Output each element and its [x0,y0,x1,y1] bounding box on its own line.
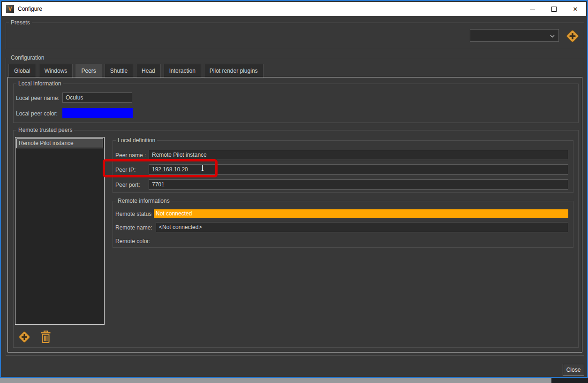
chevron-down-icon [550,35,555,38]
remote-status-label: Remote status [115,211,151,217]
minimize-icon [530,9,535,9]
diamond-plus-icon [18,331,30,343]
remote-trusted-peers-group-label: Remote trusted peers [16,127,74,133]
configuration-group-label: Configuration [9,54,46,61]
trash-icon [41,331,51,343]
local-peer-color-label: Local peer color: [16,110,58,117]
close-window-button[interactable]: ✕ [565,2,586,16]
local-peer-name-input[interactable] [62,92,132,103]
tab-interaction[interactable]: Interaction [164,64,201,78]
tab-windows[interactable]: Windows [39,64,73,78]
local-definition-group-label: Local definition [116,137,157,144]
window-controls: ✕ [521,2,586,16]
delete-peer-button[interactable] [40,330,51,344]
peer-port-label: Peer port: [115,182,140,188]
tab-pilot-render-plugins[interactable]: Pilot render plugins [204,64,264,78]
local-peer-name-label: Local peer name: [16,95,60,101]
tab-shuttle[interactable]: Shuttle [105,64,133,78]
list-item-remote-pilot-instance[interactable]: Remote Pilot instance [16,138,103,148]
remote-status-value: Not connected [154,209,568,218]
peer-ip-input[interactable] [149,164,568,175]
diamond-plus-icon [566,30,579,43]
tab-head[interactable]: Head [136,64,161,78]
peer-name-label: Peer name : [115,152,146,159]
close-icon: ✕ [573,6,578,12]
add-preset-button[interactable] [565,29,580,43]
peer-name-input[interactable] [149,150,568,160]
tab-global[interactable]: Global [8,64,36,78]
peer-ip-label: Peer IP: [115,167,136,173]
remote-peers-list[interactable]: Remote Pilot instance [15,137,105,325]
remote-color-label: Remote color: [115,238,151,245]
title-bar: V Configure ✕ [2,2,586,16]
tab-peers[interactable]: Peers [75,64,101,78]
local-peer-color-swatch[interactable] [62,108,133,118]
remote-informations-group-label: Remote informations [116,198,172,204]
configuration-tabs: Global Windows Peers Shuttle Head Intera… [8,64,264,78]
configure-window: V Configure ✕ Presets Configuration [0,0,588,378]
desktop-background-strip [0,378,588,383]
peer-port-input[interactable] [149,179,568,190]
presets-group-label: Presets [9,19,32,26]
close-dialog-button[interactable]: Close [563,364,584,376]
maximize-button[interactable] [543,2,565,16]
remote-name-label: Remote name: [115,224,152,231]
maximize-icon [551,7,557,12]
screen: V Configure ✕ Presets Configuration [0,0,588,383]
preset-dropdown[interactable] [470,29,559,42]
desktop-background-dark-segment [551,378,588,383]
local-information-group-label: Local information [16,80,63,87]
window-title: Configure [18,2,42,16]
app-icon: V [6,5,14,13]
add-peer-button[interactable] [18,330,31,344]
minimize-button[interactable] [521,2,543,16]
remote-name-input[interactable] [156,222,568,232]
